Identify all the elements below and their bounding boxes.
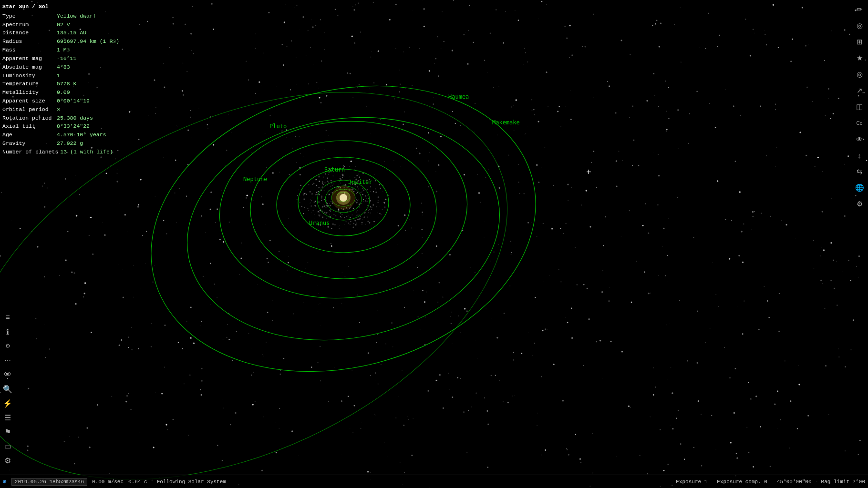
info-row: Absolute mag4°83: [2, 63, 119, 71]
info-row: Distance135.15 AU: [2, 29, 119, 37]
info-label: Orbital period: [2, 105, 55, 114]
speed-c: 0.64 c: [128, 479, 147, 485]
right-toolbar: ✏ ◎ ⊞ ★ ◎ ↗ ◫ Co 👁 ↕ ⇆ 🌐 ⚙: [851, 0, 868, 488]
height-button[interactable]: ↕: [852, 148, 867, 163]
info-label: Radius: [2, 37, 55, 46]
info-value: 1: [57, 71, 60, 80]
circle-button[interactable]: ◎: [852, 18, 867, 33]
info-label: Absolute mag: [2, 63, 55, 71]
following-label: Following Solar System: [157, 479, 226, 485]
gear-button[interactable]: ⚙: [1, 454, 14, 467]
info-value: 5778 K: [57, 80, 76, 88]
settings-button[interactable]: ⚙: [1, 339, 14, 353]
info-row: Mass1 M☉: [2, 46, 119, 54]
info-label: Metallicity: [2, 88, 55, 97]
info-label: Age: [2, 131, 55, 139]
info-value: 27.922 g: [57, 139, 83, 148]
mag-limit: Mag limit 7°00: [821, 479, 865, 485]
swap-button[interactable]: ⇆: [852, 164, 867, 179]
info-row: TypeYellow dwarf: [2, 12, 119, 20]
info-row: Axial tilt8°33'24"22: [2, 122, 119, 131]
info-value: 4°83: [57, 63, 70, 71]
exposure-label: Exposure 1: [676, 479, 707, 485]
globe-button[interactable]: 🌐: [852, 180, 867, 195]
info-row: Radius695697.94 km (1 R☉): [2, 37, 119, 46]
grid-button[interactable]: ⊞: [852, 34, 867, 50]
exposure-comp: Exposure comp. 0: [717, 479, 767, 485]
info-value: 695697.94 km (1 R☉): [57, 37, 119, 46]
info-value: 0.00: [57, 88, 70, 97]
info-label: Mass: [2, 46, 55, 54]
info-row: Gravity27.922 g: [2, 139, 119, 148]
info-label: Type: [2, 12, 55, 20]
info-label: Distance: [2, 29, 55, 37]
info-row: Temperature5778 K: [2, 80, 119, 88]
info-row: Rotation period25.380 days: [2, 114, 119, 122]
info-label: Apparent mag: [2, 54, 55, 63]
menu-button[interactable]: ≡: [1, 311, 14, 324]
info-value: -16°11: [57, 54, 76, 63]
info-value: ∞: [57, 105, 60, 114]
status-bar: ⊕ 2019.05.26 18h52m23s46 0.00 m/sec 0.64…: [0, 475, 868, 488]
info-row: Age4.570·10⁹ years: [2, 131, 119, 139]
info-value: G2 V: [57, 20, 70, 29]
left-toolbar: ≡ ℹ ⚙ ⋯ 👁 🔍 ⚡ ☰ ⚑ ▭ ⚙: [0, 309, 15, 469]
status-right: Exposure 1 Exposure comp. 0 45°00'00"00 …: [676, 479, 865, 485]
info-label: Rotation period: [2, 114, 55, 122]
info-label: Apparent size: [2, 97, 55, 105]
info-label: Axial tilt: [2, 122, 55, 131]
config-button[interactable]: ⚙: [852, 196, 867, 212]
flash-button[interactable]: ⚡: [1, 396, 14, 410]
info-row: Metallicity0.00: [2, 88, 119, 97]
info-label: Luminosity: [2, 71, 55, 80]
info-value: 1 M☉: [57, 46, 70, 54]
info-value: 13 (1 with life): [60, 148, 113, 156]
info-label: Number of planets: [2, 148, 58, 156]
info-row: Apparent size0°00'14"19: [2, 97, 119, 105]
info-value: Yellow dwarf: [57, 12, 96, 20]
info-label: Spectrum: [2, 20, 55, 29]
color-button[interactable]: Co: [852, 115, 867, 131]
info-value: 25.380 days: [57, 114, 93, 122]
star-title: Star Sun / Sol: [2, 2, 119, 11]
star-button[interactable]: ★: [852, 51, 867, 66]
eye-button[interactable]: 👁: [1, 368, 14, 381]
list-button[interactable]: ☰: [1, 411, 14, 424]
frame-button[interactable]: ◫: [852, 99, 867, 114]
speed-ms: 0.00 m/sec: [92, 479, 124, 485]
arrow-button[interactable]: ↗: [852, 83, 867, 98]
info-label: Temperature: [2, 80, 55, 88]
info-value: 135.15 AU: [57, 29, 86, 37]
target-button[interactable]: ◎: [852, 67, 867, 82]
info-row: Number of planets13 (1 with life): [2, 148, 119, 156]
pencil-button[interactable]: ✏: [852, 2, 867, 17]
flag-button[interactable]: ⚑: [1, 425, 14, 438]
info-row: Luminosity1: [2, 71, 119, 80]
info-panel: Star Sun / Sol TypeYellow dwarfSpectrumG…: [2, 2, 119, 156]
dots-button[interactable]: ⋯: [1, 354, 14, 367]
window-button[interactable]: ▭: [1, 439, 14, 453]
info-value: 8°33'24"22: [57, 122, 90, 131]
gps-icon: ⊕: [3, 478, 7, 486]
view-button[interactable]: 👁: [852, 132, 867, 147]
info-row: Orbital period∞: [2, 105, 119, 114]
datetime-display[interactable]: 2019.05.26 18h52m23s46: [11, 478, 87, 486]
info-row: Apparent mag-16°11: [2, 54, 119, 63]
info-value: 4.570·10⁹ years: [57, 131, 106, 139]
search-button[interactable]: 🔍: [1, 382, 14, 396]
info-value: 0°00'14"19: [57, 97, 90, 105]
info-button[interactable]: ℹ: [1, 325, 14, 338]
coordinates-display: 45°00'00"00: [777, 479, 812, 485]
info-label: Gravity: [2, 139, 55, 148]
info-row: SpectrumG2 V: [2, 20, 119, 29]
